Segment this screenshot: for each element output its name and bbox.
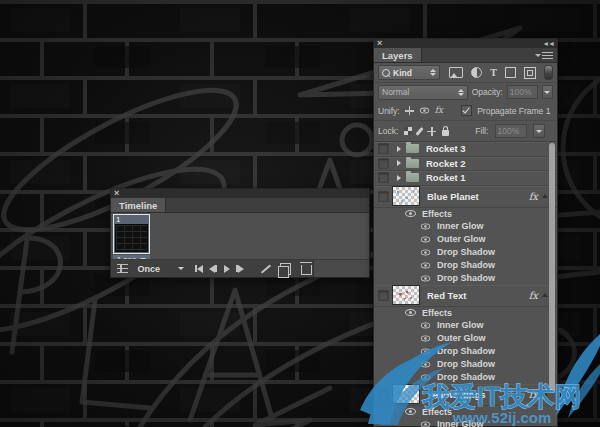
effect-row[interactable]: Inner Glow	[374, 418, 557, 427]
lock-transparency-icon[interactable]	[404, 127, 412, 135]
loop-count-dropdown-button[interactable]	[176, 262, 186, 275]
layer-row-yellow-rings[interactable]: Yellow Rings fx	[374, 384, 557, 406]
type-layer-filter-icon[interactable]: T	[490, 68, 497, 77]
layer-thumbnail[interactable]	[392, 186, 420, 206]
layer-row-blue-planet[interactable]: Blue Planet fx	[374, 186, 557, 208]
lock-position-icon[interactable]	[427, 127, 436, 136]
eye-icon[interactable]	[421, 262, 430, 268]
previous-frame-button[interactable]	[206, 262, 220, 275]
layer-row-rocket-3[interactable]: Rocket 3	[374, 142, 557, 157]
visibility-toggle[interactable]	[378, 290, 389, 301]
tween-frames-button[interactable]	[259, 262, 273, 275]
play-button[interactable]	[220, 262, 234, 275]
effect-row[interactable]: Drop Shadow	[374, 345, 557, 358]
layer-row-red-text[interactable]: Red Text fx	[374, 285, 557, 307]
layer-name[interactable]: Yellow Rings	[427, 389, 486, 400]
collapse-effects-icon[interactable]	[542, 194, 548, 198]
lock-pixels-icon[interactable]	[416, 127, 424, 136]
layer-name[interactable]: Red Text	[427, 290, 466, 301]
eye-icon[interactable]	[421, 249, 430, 255]
eye-icon[interactable]	[421, 275, 430, 281]
eye-icon[interactable]	[421, 223, 430, 229]
close-icon[interactable]: ×	[114, 190, 119, 197]
delete-frame-button[interactable]	[299, 262, 313, 275]
propagate-frame-checkbox[interactable]	[461, 105, 472, 116]
layer-filtering-toggle[interactable]	[544, 65, 553, 80]
eye-icon[interactable]	[405, 210, 416, 217]
eye-icon[interactable]	[421, 236, 430, 242]
layer-thumbnail[interactable]	[392, 285, 420, 305]
visibility-toggle[interactable]	[378, 389, 389, 400]
collapse-effects-icon[interactable]	[542, 293, 548, 297]
eye-icon[interactable]	[421, 335, 430, 341]
adjustment-layer-filter-icon[interactable]	[471, 67, 482, 78]
loop-count-select[interactable]: Once	[138, 262, 170, 275]
effects-header-row[interactable]: Effects	[374, 208, 557, 220]
pixel-layer-filter-icon[interactable]	[449, 67, 463, 78]
unify-style-icon[interactable]: fx	[435, 106, 443, 115]
effect-row[interactable]: Drop Shadow	[374, 371, 557, 384]
opacity-input[interactable]: 100%	[507, 85, 538, 99]
group-expand-icon[interactable]	[397, 160, 401, 166]
eye-icon[interactable]	[405, 408, 416, 415]
visibility-toggle[interactable]	[378, 158, 389, 169]
eye-icon[interactable]	[421, 374, 430, 380]
frame-selection[interactable]: 1	[113, 214, 150, 254]
effect-row[interactable]: Inner Glow	[374, 319, 557, 332]
group-expand-icon[interactable]	[397, 146, 401, 152]
layer-name[interactable]: Blue Planet	[427, 191, 479, 202]
layer-name[interactable]: Rocket 3	[426, 143, 466, 154]
effects-header-row[interactable]: Effects	[374, 307, 557, 319]
effect-row[interactable]: Outer Glow	[374, 332, 557, 345]
fx-badge[interactable]: fx	[529, 191, 538, 202]
collapse-effects-icon[interactable]	[542, 392, 548, 396]
layers-panel-dragbar[interactable]: × ◄◄	[374, 39, 557, 48]
next-frame-button[interactable]	[234, 262, 248, 275]
eye-icon[interactable]	[421, 361, 430, 367]
panel-menu-icon[interactable]	[542, 52, 553, 59]
fill-dropdown-button[interactable]	[533, 124, 545, 138]
eye-icon[interactable]	[405, 309, 416, 316]
tab-timeline[interactable]: Timeline	[111, 198, 166, 212]
effect-row[interactable]: Drop Shadow	[374, 259, 557, 272]
effect-row[interactable]: Drop Shadow	[374, 272, 557, 285]
effect-row[interactable]: Drop Shadow	[374, 246, 557, 259]
animation-frame-1[interactable]: 1 1 sec.	[113, 214, 150, 263]
smart-object-filter-icon[interactable]	[524, 67, 536, 79]
eye-icon[interactable]	[421, 421, 430, 427]
fill-input[interactable]: 100%	[495, 124, 527, 138]
convert-to-video-timeline-icon[interactable]	[117, 264, 128, 273]
eye-icon[interactable]	[421, 322, 430, 328]
unify-position-icon[interactable]	[405, 106, 414, 115]
collapse-panel-icon[interactable]: ◄◄	[542, 40, 554, 47]
effect-row[interactable]: Inner Glow	[374, 220, 557, 233]
visibility-toggle[interactable]	[378, 191, 389, 202]
new-frame-button[interactable]	[279, 262, 293, 275]
close-icon[interactable]: ×	[377, 40, 382, 47]
layer-name[interactable]: Rocket 2	[426, 158, 466, 169]
tab-layers[interactable]: Layers	[374, 48, 422, 62]
unify-visibility-icon[interactable]	[420, 108, 429, 114]
eye-icon[interactable]	[421, 348, 430, 354]
filter-kind-select[interactable]: Kind	[378, 65, 440, 80]
effect-row[interactable]: Drop Shadow	[374, 358, 557, 371]
scrollbar-thumb[interactable]	[549, 143, 555, 393]
layer-row-rocket-1[interactable]: Rocket 1	[374, 171, 557, 186]
lock-all-icon[interactable]	[442, 130, 449, 136]
shape-layer-filter-icon[interactable]	[505, 67, 516, 78]
fx-badge[interactable]: fx	[529, 389, 538, 400]
frame-thumbnail[interactable]	[115, 224, 148, 252]
visibility-toggle[interactable]	[378, 143, 389, 154]
opacity-dropdown-button[interactable]	[542, 85, 554, 99]
effects-header-row[interactable]: Effects	[374, 406, 557, 418]
layer-thumbnail[interactable]	[392, 384, 420, 404]
visibility-toggle[interactable]	[378, 172, 389, 183]
first-frame-button[interactable]	[192, 262, 206, 275]
fx-badge[interactable]: fx	[529, 290, 538, 301]
group-expand-icon[interactable]	[397, 175, 401, 181]
layer-name[interactable]: Rocket 1	[426, 172, 466, 183]
effect-row[interactable]: Outer Glow	[374, 233, 557, 246]
blend-mode-select[interactable]: Normal	[378, 85, 468, 100]
layer-row-rocket-2[interactable]: Rocket 2	[374, 157, 557, 172]
timeline-panel-dragbar[interactable]: ×	[111, 189, 369, 198]
